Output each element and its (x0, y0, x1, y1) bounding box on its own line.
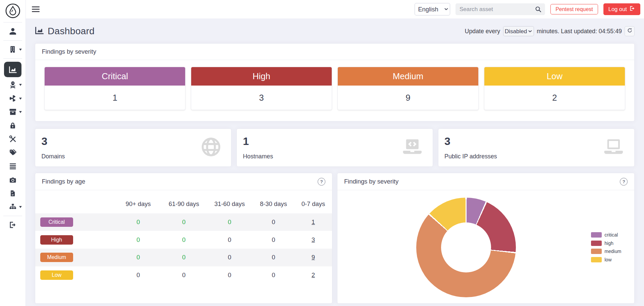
sidebar-item-tools[interactable] (3, 132, 23, 146)
legend-item-medium[interactable]: medium (591, 249, 621, 254)
menu-toggle-button[interactable] (32, 6, 39, 12)
skull-crossbones-icon (9, 81, 17, 89)
update-interval-select[interactable]: Disabled (503, 26, 534, 37)
donut-hole (441, 222, 491, 272)
lock-icon (9, 121, 16, 130)
table-row-critical: Critical 0 0 0 0 1 (35, 213, 332, 231)
column-header: 90+ days (115, 194, 161, 213)
question-circle-icon[interactable]: ? (620, 178, 628, 186)
legend-label: critical (604, 232, 618, 238)
chart-legend: critical high medium low (591, 232, 621, 262)
age-cell: 0 (253, 231, 295, 249)
sidebar-divider (3, 40, 22, 41)
last-updated-text: minutes. Last updated: 04:55:49 (537, 28, 622, 35)
sidebar-item-system[interactable] (3, 200, 23, 213)
sidebar-item-profile[interactable] (3, 24, 23, 38)
bottom-row: Findings by age ? 90+ days 61-90 days 31… (35, 173, 635, 303)
severity-card-header: Low (484, 67, 625, 86)
age-cell: 0 (115, 249, 161, 266)
sidebar (0, 0, 26, 306)
severity-card-header: High (191, 67, 332, 86)
tags-icon (9, 148, 17, 156)
chart-body: critical high medium low (337, 190, 634, 304)
table-row-medium: Medium 0 0 0 0 9 (35, 249, 332, 266)
magnifier-icon[interactable] (535, 6, 542, 14)
age-cell-link[interactable]: 9 (294, 249, 332, 266)
legend-item-low[interactable]: low (591, 257, 621, 262)
sidebar-item-dashboard[interactable] (4, 62, 21, 78)
user-icon (9, 27, 17, 35)
stats-row: 3 Domains 1 Hostnames (35, 129, 635, 167)
findings-by-severity-chart-card: Findings by severity ? critical (337, 173, 635, 303)
laptop-code-icon (401, 136, 424, 159)
table-row-high: High 0 0 0 0 3 (35, 231, 332, 249)
language-select[interactable]: English (415, 3, 450, 15)
sidebar-divider (3, 58, 22, 59)
sidebar-item-reports[interactable] (3, 187, 23, 200)
severity-donut-chart[interactable] (416, 198, 516, 297)
sidebar-item-evidence[interactable] (3, 173, 23, 186)
legend-swatch (591, 232, 602, 238)
column-header: 8-30 days (253, 194, 295, 213)
severity-card-high[interactable]: High 3 (191, 67, 332, 110)
report-icon (9, 189, 16, 197)
pentest-request-button[interactable]: Pentest request (550, 4, 598, 15)
building-icon (9, 45, 16, 53)
age-cell: 0 (207, 249, 252, 266)
age-cell-link[interactable]: 2 (294, 266, 332, 284)
age-cell-link[interactable]: 1 (294, 213, 332, 231)
legend-item-critical[interactable]: critical (591, 232, 621, 238)
sidebar-item-vault[interactable] (3, 119, 23, 132)
logout-button[interactable]: Log out (603, 3, 640, 15)
refresh-button[interactable] (625, 26, 634, 36)
legend-label: high (604, 241, 613, 246)
sidebar-item-labels[interactable] (3, 146, 23, 159)
findings-by-age-table: 90+ days 61-90 days 31-60 days 8-30 days… (35, 194, 332, 284)
sidebar-item-attacks[interactable] (3, 92, 23, 105)
age-cell-link[interactable]: 3 (294, 231, 332, 249)
stat-label: Domains (41, 153, 65, 160)
sidebar-divider (3, 216, 22, 216)
legend-label: medium (604, 249, 621, 254)
findings-by-severity-summary-card: Findings by severity Critical 1 High 3 M… (35, 43, 635, 122)
legend-item-high[interactable]: high (591, 241, 621, 246)
card-title: Findings by severity (42, 48, 96, 55)
severity-badge: Medium (40, 253, 73, 262)
age-cell: 0 (207, 231, 252, 249)
sidebar-item-organisation[interactable] (3, 43, 23, 56)
page-title: Dashboard (48, 26, 95, 37)
globe-icon (200, 136, 222, 160)
age-cell: 0 (115, 231, 161, 249)
legend-swatch (591, 249, 602, 254)
laptop-icon (602, 136, 625, 159)
severity-card-low[interactable]: Low 2 (484, 67, 625, 110)
sidebar-divider (3, 22, 22, 22)
sidebar-item-logout[interactable] (3, 218, 23, 232)
refresh-icon (627, 28, 633, 35)
age-cell: 0 (253, 249, 295, 266)
table-row-low: Low 0 0 0 0 2 (35, 266, 332, 284)
sidebar-item-tasks[interactable] (3, 159, 23, 173)
severity-card-header: Critical (45, 67, 185, 86)
camera-icon (9, 176, 17, 184)
age-cell: 0 (161, 213, 207, 231)
column-header: 0-7 days (294, 194, 332, 213)
severity-card-critical[interactable]: Critical 1 (44, 67, 185, 110)
severity-card-count: 1 (45, 86, 185, 110)
search-box (455, 3, 545, 15)
column-header (35, 194, 115, 213)
tools-icon (9, 135, 17, 143)
sidebar-item-projects[interactable] (3, 105, 23, 118)
search-input[interactable] (455, 6, 545, 13)
app-logo[interactable] (4, 3, 21, 20)
drop-circle-logo-icon (5, 3, 21, 20)
age-cell: 0 (115, 213, 161, 231)
chevron-down-icon (19, 206, 22, 208)
chevron-down-icon (19, 98, 22, 100)
sidebar-item-vulnerabilities[interactable] (3, 78, 23, 92)
stat-value: 1 (243, 136, 273, 147)
page-header: Dashboard Update every Disabled minutes.… (35, 24, 635, 39)
stat-value: 3 (41, 136, 65, 147)
severity-card-medium[interactable]: Medium 9 (337, 67, 479, 110)
question-circle-icon[interactable]: ? (318, 178, 325, 186)
